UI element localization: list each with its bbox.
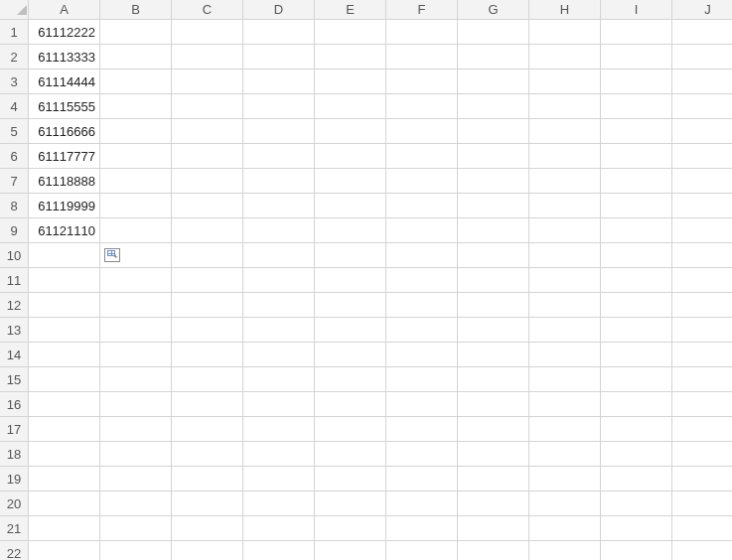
cell-J9[interactable] [672, 218, 732, 243]
cell-G11[interactable] [458, 268, 529, 293]
cell-J22[interactable] [672, 541, 732, 560]
cell-A15[interactable] [29, 367, 100, 392]
row-header-2[interactable]: 2 [0, 45, 29, 70]
cell-D5[interactable] [243, 119, 315, 144]
cell-H22[interactable] [529, 541, 601, 560]
cell-C3[interactable] [172, 70, 243, 94]
row-header-17[interactable]: 17 [0, 417, 29, 442]
row-header-19[interactable]: 19 [0, 467, 29, 491]
cell-J14[interactable] [672, 343, 732, 367]
cell-D9[interactable] [243, 218, 315, 243]
cell-C10[interactable] [172, 243, 243, 268]
cell-B20[interactable] [100, 491, 172, 516]
row-header-5[interactable]: 5 [0, 119, 29, 144]
cell-F7[interactable] [386, 169, 458, 194]
cell-B10[interactable]: + [100, 243, 172, 268]
cell-H14[interactable] [529, 343, 601, 367]
col-header-J[interactable]: J [672, 0, 732, 20]
cell-H4[interactable] [529, 94, 601, 119]
col-header-G[interactable]: G [458, 0, 529, 20]
cell-B18[interactable] [100, 442, 172, 467]
cell-F19[interactable] [386, 467, 458, 491]
cell-D8[interactable] [243, 194, 315, 218]
cell-F5[interactable] [386, 119, 458, 144]
cell-B11[interactable] [100, 268, 172, 293]
row-header-20[interactable]: 20 [0, 491, 29, 516]
cell-C18[interactable] [172, 442, 243, 467]
cell-J18[interactable] [672, 442, 732, 467]
cell-H1[interactable] [529, 20, 601, 45]
cell-D3[interactable] [243, 70, 315, 94]
cell-C7[interactable] [172, 169, 243, 194]
cell-A21[interactable] [29, 516, 100, 541]
cell-D7[interactable] [243, 169, 315, 194]
cell-J10[interactable] [672, 243, 732, 268]
cell-C11[interactable] [172, 268, 243, 293]
cell-E6[interactable] [315, 144, 386, 169]
cell-E14[interactable] [315, 343, 386, 367]
cell-B4[interactable] [100, 94, 172, 119]
col-header-E[interactable]: E [315, 0, 386, 20]
cell-A10[interactable] [29, 243, 100, 268]
cell-C4[interactable] [172, 94, 243, 119]
cell-J6[interactable] [672, 144, 732, 169]
cell-F6[interactable] [386, 144, 458, 169]
cell-A2[interactable]: 61113333 [29, 45, 100, 70]
cell-G3[interactable] [458, 70, 529, 94]
cell-G12[interactable] [458, 293, 529, 318]
cell-H7[interactable] [529, 169, 601, 194]
cell-G18[interactable] [458, 442, 529, 467]
cell-D22[interactable] [243, 541, 315, 560]
cell-J4[interactable] [672, 94, 732, 119]
cell-E20[interactable] [315, 491, 386, 516]
cell-J20[interactable] [672, 491, 732, 516]
cell-J16[interactable] [672, 392, 732, 417]
cell-B1[interactable] [100, 20, 172, 45]
row-header-18[interactable]: 18 [0, 442, 29, 467]
cell-B13[interactable] [100, 318, 172, 343]
cell-D16[interactable] [243, 392, 315, 417]
cell-H18[interactable] [529, 442, 601, 467]
cell-D12[interactable] [243, 293, 315, 318]
cell-I4[interactable] [601, 94, 672, 119]
cell-H8[interactable] [529, 194, 601, 218]
cell-I21[interactable] [601, 516, 672, 541]
cell-D20[interactable] [243, 491, 315, 516]
cell-A18[interactable] [29, 442, 100, 467]
cell-A4[interactable]: 61115555 [29, 94, 100, 119]
cell-A14[interactable] [29, 343, 100, 367]
cell-D13[interactable] [243, 318, 315, 343]
cell-H10[interactable] [529, 243, 601, 268]
cell-B5[interactable] [100, 119, 172, 144]
cell-A5[interactable]: 61116666 [29, 119, 100, 144]
cell-C14[interactable] [172, 343, 243, 367]
cell-E17[interactable] [315, 417, 386, 442]
cell-H19[interactable] [529, 467, 601, 491]
cell-J11[interactable] [672, 268, 732, 293]
cell-B19[interactable] [100, 467, 172, 491]
cell-B3[interactable] [100, 70, 172, 94]
cell-E7[interactable] [315, 169, 386, 194]
cell-F22[interactable] [386, 541, 458, 560]
cell-D2[interactable] [243, 45, 315, 70]
row-header-8[interactable]: 8 [0, 194, 29, 218]
row-header-15[interactable]: 15 [0, 367, 29, 392]
row-header-7[interactable]: 7 [0, 169, 29, 194]
cell-G15[interactable] [458, 367, 529, 392]
cell-C2[interactable] [172, 45, 243, 70]
cell-F15[interactable] [386, 367, 458, 392]
row-header-9[interactable]: 9 [0, 218, 29, 243]
row-header-11[interactable]: 11 [0, 268, 29, 293]
cell-H16[interactable] [529, 392, 601, 417]
cell-E5[interactable] [315, 119, 386, 144]
cell-J21[interactable] [672, 516, 732, 541]
cell-A1[interactable]: 61112222 [29, 20, 100, 45]
col-header-H[interactable]: H [529, 0, 601, 20]
cell-F9[interactable] [386, 218, 458, 243]
cell-J13[interactable] [672, 318, 732, 343]
cell-E12[interactable] [315, 293, 386, 318]
cell-F17[interactable] [386, 417, 458, 442]
cell-B6[interactable] [100, 144, 172, 169]
cell-H12[interactable] [529, 293, 601, 318]
cell-G10[interactable] [458, 243, 529, 268]
